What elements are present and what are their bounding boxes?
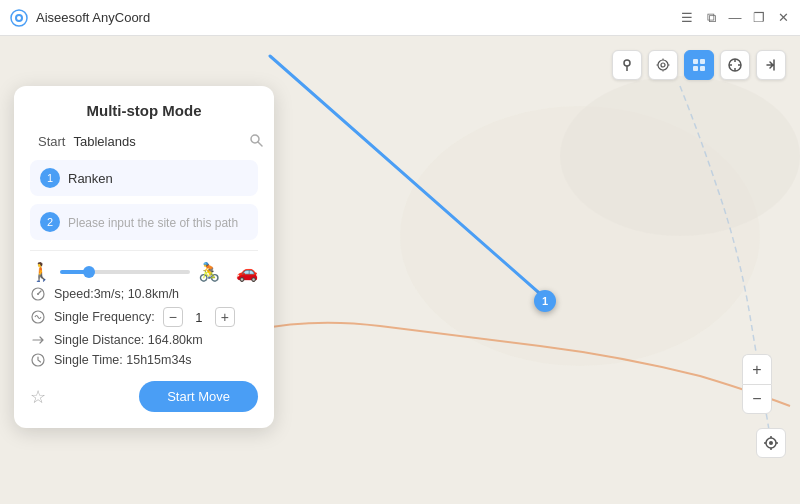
menu-icon[interactable]: ☰ (680, 11, 694, 25)
svg-point-8 (658, 60, 668, 70)
time-label: Single Time: 15h15m34s (54, 353, 192, 367)
route-mode-btn[interactable] (648, 50, 678, 80)
speed-info-row: Speed:3m/s; 10.8km/h (30, 287, 258, 301)
locate-btn[interactable] (756, 428, 786, 458)
zoom-in-btn[interactable]: + (742, 354, 772, 384)
svg-point-5 (560, 76, 800, 236)
start-move-btn[interactable]: Start Move (139, 381, 258, 412)
app-logo (10, 9, 28, 27)
close-btn[interactable]: ✕ (776, 11, 790, 25)
svg-point-33 (37, 293, 39, 295)
time-info-row: Single Time: 15h15m34s (30, 353, 258, 367)
divider-1 (30, 250, 258, 251)
frequency-label: Single Frequency: (54, 310, 155, 324)
svg-rect-16 (693, 66, 698, 71)
svg-point-24 (769, 441, 773, 445)
zoom-out-btn[interactable]: − (742, 384, 772, 414)
stop-2-row: 2 (30, 204, 258, 240)
svg-line-31 (258, 142, 262, 146)
svg-point-2 (17, 16, 21, 20)
time-icon (30, 353, 46, 367)
zoom-controls: + − (742, 354, 772, 414)
multi-stop-mode-btn[interactable] (684, 50, 714, 80)
restore-btn[interactable]: ⧉ (704, 11, 718, 25)
map-marker-1: 1 (534, 290, 556, 312)
speed-slider[interactable] (60, 270, 190, 274)
minimize-btn[interactable]: — (728, 11, 742, 25)
exit-btn[interactable] (756, 50, 786, 80)
svg-rect-14 (693, 59, 698, 64)
pin-mode-btn[interactable] (612, 50, 642, 80)
stop-1-num: 1 (40, 168, 60, 188)
title-bar: Aiseesoft AnyCoord ☰ ⧉ — ❐ ✕ (0, 0, 800, 36)
start-input[interactable] (73, 134, 241, 149)
stop-2-num: 2 (40, 212, 60, 232)
frequency-icon (30, 310, 46, 324)
car-mode-icon[interactable]: 🚗 (236, 261, 258, 283)
bike-mode-icon[interactable]: 🚴 (198, 261, 220, 283)
svg-rect-17 (700, 66, 705, 71)
search-icon[interactable] (249, 133, 263, 150)
maximize-btn[interactable]: ❐ (752, 11, 766, 25)
map-area[interactable]: 1 + − Multi-stop Mode (0, 36, 800, 504)
map-toolbar (612, 50, 786, 80)
speed-icon (30, 287, 46, 301)
stop-2-input[interactable] (68, 215, 248, 230)
walk-mode-icon[interactable]: 🚶 (30, 261, 52, 283)
panel-footer: ☆ Start Move (30, 381, 258, 412)
mode-selector: 🚶 🚴 🚗 (30, 261, 258, 283)
joystick-mode-btn[interactable] (720, 50, 750, 80)
svg-point-7 (624, 60, 630, 66)
slider-thumb (83, 266, 95, 278)
svg-point-9 (661, 63, 665, 67)
start-label: Start (38, 134, 65, 149)
frequency-value: 1 (191, 310, 207, 325)
multi-stop-panel: Multi-stop Mode Start 1 2 (14, 86, 274, 428)
frequency-control: − 1 + (163, 307, 235, 327)
svg-rect-15 (700, 59, 705, 64)
favorite-btn[interactable]: ☆ (30, 386, 46, 408)
freq-minus-btn[interactable]: − (163, 307, 183, 327)
stop-1-row: 1 (30, 160, 258, 196)
speed-label: Speed:3m/s; 10.8km/h (54, 287, 179, 301)
distance-icon (30, 333, 46, 347)
distance-label: Single Distance: 164.80km (54, 333, 203, 347)
start-input-row: Start (30, 133, 258, 150)
frequency-info-row: Single Frequency: − 1 + (30, 307, 258, 327)
distance-info-row: Single Distance: 164.80km (30, 333, 258, 347)
app-title: Aiseesoft AnyCoord (36, 10, 680, 25)
stop-1-input[interactable] (68, 171, 248, 186)
window-controls: ☰ ⧉ — ❐ ✕ (680, 11, 790, 25)
freq-plus-btn[interactable]: + (215, 307, 235, 327)
panel-title: Multi-stop Mode (30, 102, 258, 119)
